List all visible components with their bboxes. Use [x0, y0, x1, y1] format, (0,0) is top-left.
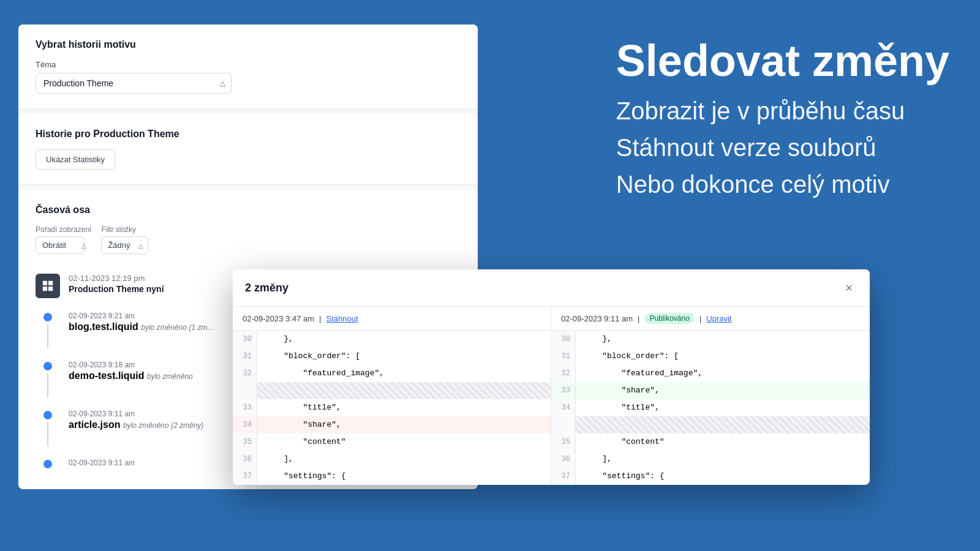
- diff-left-row-31: 31 "block_order": [: [233, 348, 551, 365]
- diff-left-row-37: 37 "settings": {: [233, 468, 551, 485]
- diff-left-row-34: 34 "share",: [233, 416, 551, 433]
- timeline-entry-info-1: 02-09-2023 9:21 am blog.test.liquid bylo…: [69, 312, 213, 332]
- timeline-dot-wrapper-2: [36, 361, 60, 397]
- filter-select-wrapper: Žádný △: [101, 236, 148, 254]
- diff-left-row-30: 30 },: [233, 331, 551, 348]
- diff-left-header: 02-09-2023 3:47 am | Stáhnout: [233, 307, 551, 330]
- right-text-block: Sledovat změny Zobrazit je v průběhu čas…: [616, 37, 949, 203]
- diff-body: 30 }, 31 "block_order": [ 32 "featured_i…: [233, 331, 870, 485]
- order-select-wrapper: Obrátit △: [36, 236, 91, 254]
- order-select[interactable]: Obrátit: [36, 236, 85, 254]
- timeline-current-info: 02-11-2023 12:19 pm Production Theme nyn…: [69, 274, 164, 294]
- diff-right-edit-link[interactable]: Upravit: [706, 314, 731, 323]
- right-line-3: Nebo dokonce celý motiv: [616, 166, 949, 203]
- history-section: Historie pro Production Theme Ukázat Sta…: [18, 114, 478, 185]
- svg-rect-2: [43, 287, 47, 291]
- diff-modal: 2 změny × 02-09-2023 3:47 am | Stáhnout …: [233, 269, 870, 485]
- timeline-current-date: 02-11-2023 12:19 pm: [69, 274, 164, 283]
- timeline-entry-info-4: 02-09-2023 9:11 am: [69, 459, 135, 467]
- diff-right-separator: |: [638, 314, 639, 323]
- right-line-1: Zobrazit je v průběhu času: [616, 92, 949, 129]
- timeline-dot-4: [43, 460, 52, 468]
- right-line-2: Stáhnout verze souborů: [616, 129, 949, 166]
- diff-left-col: 30 }, 31 "block_order": [ 32 "featured_i…: [233, 331, 551, 485]
- right-subtitle-lines: Zobrazit je v průběhu času Stáhnout verz…: [616, 92, 949, 203]
- diff-right-header: 02-09-2023 9:11 am | Publikováno | Uprav…: [551, 307, 870, 330]
- modal-close-button[interactable]: ×: [840, 279, 858, 296]
- diff-left-row-35: 35 "content": [233, 433, 551, 451]
- timeline-line-3: [47, 422, 48, 446]
- diff-right-row-35: 35 "content": [551, 433, 870, 451]
- diff-right-row-31: 31 "block_order": [: [551, 348, 870, 365]
- timeline-entry-info-3: 02-09-2023 9:11 am article.json bylo změ…: [69, 410, 203, 430]
- timeline-dot-3: [43, 411, 52, 419]
- entry-filename-3: article.json bylo změněno (2 změny): [69, 419, 203, 430]
- timeline-dot-2: [43, 362, 52, 370]
- diff-right-row-33: 33 "share",: [551, 382, 870, 399]
- divider-1: [18, 109, 478, 114]
- divider-2: [18, 185, 478, 190]
- timeline-entry-info-2: 02-09-2023 9:18 am demo-test.liquid bylo…: [69, 361, 193, 381]
- diff-columns-header: 02-09-2023 3:47 am | Stáhnout 02-09-2023…: [233, 307, 870, 331]
- modal-title: 2 změny: [245, 282, 288, 294]
- filter-select[interactable]: Žádný: [101, 236, 148, 254]
- diff-left-date: 02-09-2023 3:47 am: [243, 314, 314, 323]
- right-main-title: Sledovat změny: [616, 37, 949, 85]
- diff-left-download-link[interactable]: Stáhnout: [326, 314, 358, 323]
- order-control-group: Pořadí zobrazení Obrátit △: [36, 225, 91, 254]
- timeline-line-2: [47, 373, 48, 397]
- diff-right-col: 30 }, 31 "block_order": [ 32 "featured_i…: [551, 331, 870, 485]
- svg-rect-0: [43, 281, 47, 285]
- select-theme-section: Vybrat historii motivu Téma Production T…: [18, 24, 478, 109]
- diff-right-row-37: 37 "settings": {: [551, 468, 870, 485]
- timeline-current-name: Production Theme nyní: [69, 284, 164, 294]
- entry-date-2: 02-09-2023 9:18 am: [69, 361, 193, 369]
- diff-left-row-empty: [233, 382, 551, 399]
- diff-left-row-36: 36 ],: [233, 451, 551, 468]
- timeline-line-1: [47, 324, 48, 348]
- diff-right-row-34: 34 "title",: [551, 399, 870, 416]
- diff-right-separator2: |: [699, 314, 701, 323]
- entry-date-1: 02-09-2023 9:21 am: [69, 312, 213, 320]
- stats-button[interactable]: Ukázat Statistiky: [36, 149, 115, 170]
- timeline-dot-wrapper-1: [36, 312, 60, 348]
- diff-right-row-empty: [551, 416, 870, 433]
- filter-control-group: Filtr složky Žádný △: [101, 225, 148, 254]
- diff-right-row-32: 32 "featured_image",: [551, 365, 870, 382]
- timeline-dot-1: [43, 313, 52, 321]
- history-title: Historie pro Production Theme: [36, 129, 461, 140]
- entry-date-3: 02-09-2023 9:11 am: [69, 410, 203, 418]
- diff-left-row-33: 33 "title",: [233, 399, 551, 416]
- diff-published-badge: Publikováno: [644, 313, 694, 324]
- theme-select-wrapper: Production Theme △: [36, 73, 232, 94]
- theme-select[interactable]: Production Theme: [36, 73, 232, 94]
- grid-icon: [41, 279, 55, 293]
- diff-right-row-36: 36 ],: [551, 451, 870, 468]
- entry-date-4: 02-09-2023 9:11 am: [69, 459, 135, 467]
- theme-field-label: Téma: [36, 60, 461, 69]
- diff-left-separator: |: [319, 314, 321, 323]
- timeline-controls: Pořadí zobrazení Obrátit △ Filtr složky …: [36, 225, 461, 254]
- select-theme-title: Vybrat historii motivu: [36, 39, 461, 50]
- modal-header: 2 změny ×: [233, 269, 870, 307]
- entry-filename-1: blog.test.liquid bylo změněno (1 zm...: [69, 321, 213, 332]
- filter-label: Filtr složky: [101, 225, 148, 234]
- entry-filename-2: demo-test.liquid bylo změněno: [69, 370, 193, 381]
- diff-right-date: 02-09-2023 9:11 am: [561, 314, 633, 323]
- order-label: Pořadí zobrazení: [36, 225, 91, 234]
- diff-right-row-30: 30 },: [551, 331, 870, 348]
- timeline-dot-wrapper-4: [36, 459, 60, 468]
- svg-rect-1: [48, 281, 53, 285]
- timeline-dot-wrapper-3: [36, 410, 60, 446]
- diff-left-row-32: 32 "featured_image",: [233, 365, 551, 382]
- timeline-current-icon-box: [36, 274, 60, 298]
- svg-rect-3: [48, 287, 53, 291]
- timeline-title: Časová osa: [36, 204, 461, 216]
